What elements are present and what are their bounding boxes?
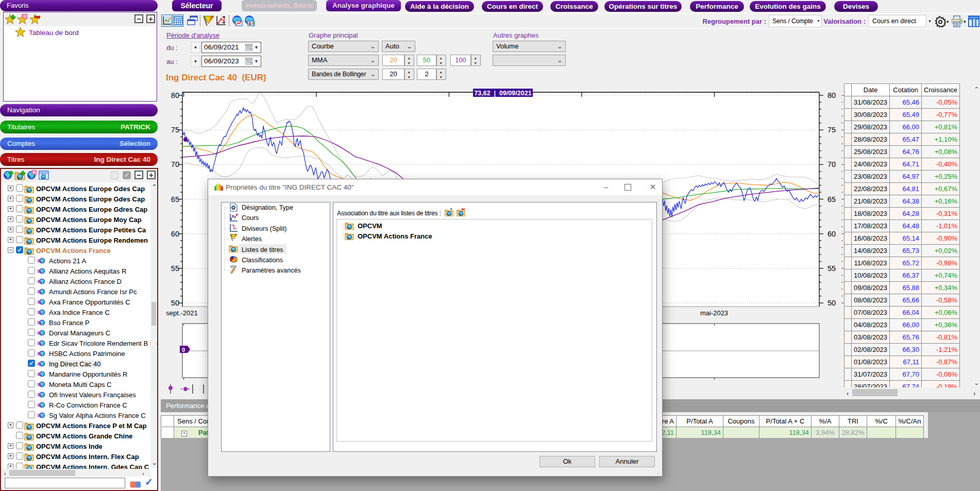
svg-text:65: 65 bbox=[827, 195, 836, 204]
svg-text:65: 65 bbox=[171, 195, 179, 204]
svg-text:73,62 | 09/09/2021: 73,62 | 09/09/2021 bbox=[474, 90, 531, 97]
svg-text:50: 50 bbox=[827, 299, 836, 307]
svg-text:60: 60 bbox=[171, 230, 179, 238]
svg-text:70: 70 bbox=[171, 160, 179, 168]
svg-text:75: 75 bbox=[171, 126, 179, 134]
svg-text:55: 55 bbox=[827, 264, 836, 273]
svg-text:60: 60 bbox=[827, 230, 836, 238]
svg-text:80: 80 bbox=[827, 91, 836, 99]
svg-text:50: 50 bbox=[171, 299, 179, 307]
svg-text:80: 80 bbox=[171, 91, 179, 99]
svg-text:70: 70 bbox=[827, 160, 836, 168]
svg-text:sept.-2021: sept.-2021 bbox=[166, 309, 197, 317]
svg-text:mai-2023: mai-2023 bbox=[700, 309, 728, 317]
svg-text:75: 75 bbox=[827, 126, 836, 134]
svg-text:55: 55 bbox=[171, 264, 179, 273]
svg-text:0: 0 bbox=[182, 347, 185, 353]
